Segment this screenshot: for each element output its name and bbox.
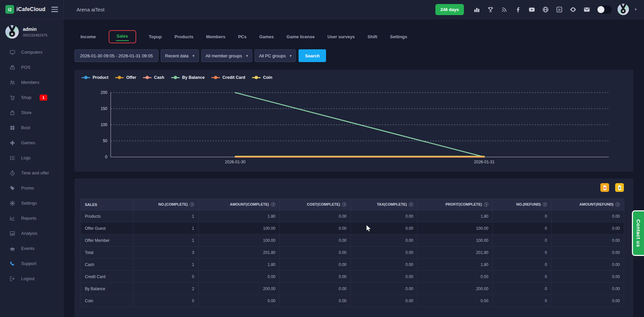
area-chart-icon bbox=[9, 230, 15, 236]
table-cell: By Balance bbox=[81, 283, 133, 295]
table-cell: 100.00 bbox=[418, 234, 493, 247]
chevron-down-icon: ▾ bbox=[246, 54, 248, 58]
table-cell: 200.00 bbox=[418, 283, 493, 295]
logout-icon bbox=[9, 276, 15, 282]
sidebar-item-analysis[interactable]: Analysis bbox=[0, 226, 64, 241]
brand-logo[interactable]: i2 iCafeCloud bbox=[5, 5, 45, 14]
legend-item-credit-card[interactable]: Credit Card bbox=[211, 75, 245, 80]
pdf-export-button[interactable] bbox=[600, 183, 609, 192]
user-avatar[interactable]: ★ bbox=[618, 4, 629, 15]
table-cell: 0.00 bbox=[280, 234, 351, 247]
windows-icon bbox=[9, 125, 15, 131]
help-icon[interactable]: ? bbox=[271, 202, 275, 207]
days-remaining-badge[interactable]: 246 days bbox=[435, 4, 464, 15]
col-header-tax-complete: TAX(COMPLETE)? bbox=[351, 199, 418, 210]
tab-games[interactable]: Games bbox=[259, 32, 274, 41]
sidebar-item-store[interactable]: Store bbox=[0, 105, 64, 120]
mail-icon[interactable] bbox=[583, 5, 591, 13]
help-icon[interactable]: ? bbox=[342, 202, 346, 207]
tab-settings[interactable]: Settings bbox=[390, 32, 407, 41]
table-row-credit-card: Credit Card00.000.000.000.0000.00 bbox=[81, 271, 624, 283]
tab-game-license[interactable]: Game license bbox=[286, 32, 315, 41]
help-icon[interactable]: ? bbox=[484, 202, 488, 207]
sidebar-item-computers[interactable]: Computers bbox=[0, 45, 64, 60]
globe-icon[interactable] bbox=[542, 5, 550, 13]
table-cell: 201.80 bbox=[199, 247, 280, 259]
table-cell: Products bbox=[81, 210, 133, 222]
help-icon[interactable]: ? bbox=[615, 202, 620, 207]
sidebar-item-games[interactable]: Games bbox=[0, 135, 64, 150]
search-button[interactable]: Search bbox=[299, 49, 326, 62]
facebook-icon[interactable] bbox=[514, 5, 522, 13]
table-cell: 0 bbox=[493, 210, 551, 222]
col-header-amount-complete: AMOUNT(COMPLETE)? bbox=[199, 199, 280, 210]
tab-sales[interactable]: Sales bbox=[109, 30, 136, 43]
theme-toggle[interactable] bbox=[597, 5, 612, 14]
youtube-icon[interactable] bbox=[528, 5, 536, 13]
cart-icon bbox=[9, 95, 15, 101]
sidebar-item-settings[interactable]: Settings bbox=[0, 196, 64, 211]
table-cell: 0 bbox=[493, 271, 551, 283]
sidebar-user-avatar[interactable]: ★ bbox=[5, 25, 19, 39]
sidebar-item-shop[interactable]: Shop1 bbox=[0, 90, 64, 105]
sidebar-item-label: Logs bbox=[21, 155, 31, 160]
tag-icon bbox=[9, 185, 15, 191]
help-icon[interactable]: ? bbox=[409, 202, 413, 207]
legend-marker bbox=[143, 77, 152, 78]
sidebar-item-events[interactable]: Events bbox=[0, 241, 64, 256]
menu-toggle-icon[interactable] bbox=[51, 7, 58, 12]
table-cell: Coin bbox=[81, 295, 133, 307]
chevron-down-icon[interactable]: ▾ bbox=[635, 7, 637, 12]
legend-item-offer[interactable]: Offer bbox=[115, 75, 136, 80]
table-cell: 0 bbox=[133, 295, 199, 307]
tab-pcs[interactable]: PCs bbox=[238, 32, 247, 41]
report-tabs: IncomeSalesTopupProductsMembersPCsGamesG… bbox=[80, 29, 407, 44]
user-name: admin bbox=[23, 27, 47, 32]
svg-text:200: 200 bbox=[101, 90, 107, 95]
table-cell: 1 bbox=[133, 210, 199, 222]
tab-topup[interactable]: Topup bbox=[149, 32, 162, 41]
chevron-down-icon: ▾ bbox=[193, 54, 195, 58]
sidebar-item-pos[interactable]: POS bbox=[0, 60, 64, 75]
sidebar-item-promo[interactable]: Promo bbox=[0, 180, 64, 196]
sidebar-item-label: Time and offer bbox=[21, 170, 49, 175]
legend-item-cash[interactable]: Cash bbox=[143, 75, 164, 80]
tab-products[interactable]: Products bbox=[174, 32, 193, 41]
sidebar-item-support[interactable]: Support bbox=[0, 256, 64, 271]
monitor-icon bbox=[9, 49, 15, 55]
sidebar-item-logs[interactable]: Logs bbox=[0, 150, 64, 165]
table-cell: 100.00 bbox=[418, 222, 493, 234]
table-cell: 201.80 bbox=[418, 247, 493, 259]
help-icon[interactable]: ? bbox=[190, 202, 194, 207]
sidebar-item-label: POS bbox=[21, 65, 30, 70]
sidebar-item-time-and-offer[interactable]: Time and offer bbox=[0, 165, 64, 180]
tab-shift[interactable]: Shift bbox=[368, 32, 377, 41]
member-group-select[interactable]: All member groups ▾ bbox=[201, 49, 253, 62]
sidebar-item-logout[interactable]: Logout bbox=[0, 271, 64, 286]
sidebar-item-boot[interactable]: Boot bbox=[0, 120, 64, 135]
pc-group-select[interactable]: All PC groups ▾ bbox=[255, 49, 296, 62]
ranking-icon[interactable] bbox=[473, 5, 481, 13]
icafecloud-icon[interactable]: i2 bbox=[555, 5, 564, 13]
tab-user-surveys[interactable]: User surveys bbox=[327, 32, 355, 41]
help-icon[interactable]: ? bbox=[543, 202, 547, 207]
tab-income[interactable]: Income bbox=[80, 32, 96, 41]
sidebar-item-reports[interactable]: Reports bbox=[0, 211, 64, 226]
legend-item-product[interactable]: Product bbox=[82, 75, 108, 80]
sidebar-item-label: Games bbox=[21, 140, 35, 145]
svg-text:★: ★ bbox=[10, 32, 14, 36]
rss-icon[interactable] bbox=[500, 5, 508, 13]
data-scope-select[interactable]: Recent data ▾ bbox=[161, 49, 199, 62]
table-cell: 0.00 bbox=[551, 259, 624, 271]
sidebar-item-members[interactable]: Members bbox=[0, 75, 64, 90]
date-range-input[interactable]: 2026-01-30 09:05 - 2026-01-31 09:05 bbox=[74, 49, 158, 62]
trophy-icon[interactable] bbox=[487, 5, 495, 13]
excel-export-button[interactable] bbox=[615, 183, 624, 192]
tab-members[interactable]: Members bbox=[206, 32, 225, 41]
legend-item-by-balance[interactable]: By Balance bbox=[171, 75, 205, 80]
legend-item-coin[interactable]: Coin bbox=[252, 75, 272, 80]
table-cell: 200.00 bbox=[199, 283, 280, 295]
svg-text:i2: i2 bbox=[558, 8, 560, 11]
layers-icon[interactable] bbox=[569, 5, 577, 13]
contact-us-button[interactable]: Contact us bbox=[632, 210, 644, 256]
